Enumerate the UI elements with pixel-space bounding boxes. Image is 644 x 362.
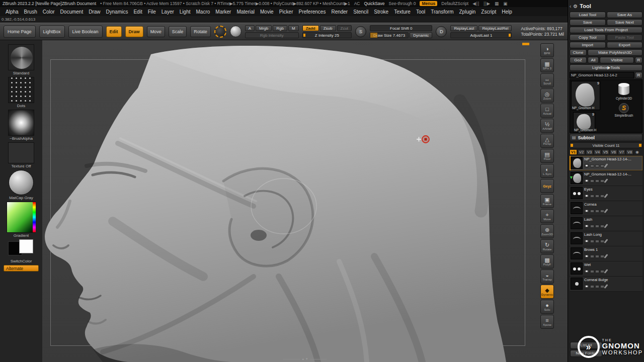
import-button[interactable]: Import	[570, 42, 606, 48]
menu-file[interactable]: File	[148, 9, 156, 15]
strip-transp[interactable]: ◒Transp	[540, 269, 554, 284]
strip-frame[interactable]: ▣Frame	[540, 194, 554, 208]
goz-all-button[interactable]: All	[588, 57, 599, 63]
uv-icon[interactable]	[595, 285, 599, 288]
default-zscript-button[interactable]: DefaultZScript	[441, 1, 468, 6]
lightbox-tools-button[interactable]: Lightbox▶Tools	[570, 64, 642, 71]
current-material-icon[interactable]	[230, 26, 242, 37]
polypaint-icon[interactable]	[590, 179, 594, 183]
rgb-intensity-slider[interactable]: Rgb Intensity	[245, 32, 299, 38]
stroke-curve-icon[interactable]: S	[355, 26, 366, 37]
eye-icon[interactable]	[584, 254, 589, 258]
tab-v3[interactable]: V3	[586, 149, 593, 155]
subtool-row[interactable]: Lash	[570, 216, 642, 231]
load-tool-button[interactable]: Load Tool	[570, 12, 606, 18]
strip-persp[interactable]: △Persp	[540, 134, 554, 148]
m-button[interactable]: M	[288, 25, 299, 31]
strip-zoom3d[interactable]: ⊕Zoom3D	[540, 224, 554, 238]
menu-texture[interactable]: Texture	[394, 9, 411, 15]
edit-pen-icon[interactable]	[604, 224, 608, 228]
eye-icon[interactable]	[584, 194, 589, 198]
uv-icon[interactable]	[595, 255, 599, 258]
clone-button[interactable]: Clone	[570, 49, 587, 56]
menu-draw[interactable]: Draw	[89, 9, 100, 15]
menu-preferences[interactable]: Preferences	[298, 9, 326, 15]
depth-mask-icon[interactable]: D	[436, 26, 447, 37]
texture-selector[interactable]: Texture Off	[8, 142, 34, 168]
scale-mode-button[interactable]: Scale	[169, 26, 187, 37]
see-through-slider[interactable]: See-through 0	[389, 1, 416, 6]
polypaint-icon[interactable]	[590, 240, 594, 243]
hide-right-panel-icon[interactable]: ||▶	[484, 1, 491, 6]
strip-zoom[interactable]: ◎Zoom	[540, 88, 554, 103]
edit-pen-icon[interactable]	[604, 269, 608, 274]
polypaint-icon[interactable]	[590, 255, 594, 258]
menu-layer[interactable]: Layer	[162, 9, 174, 15]
polypaint-icon[interactable]	[590, 195, 594, 198]
uv-icon[interactable]	[595, 270, 599, 273]
focal-shift-slider[interactable]: Focal Shift 0	[370, 25, 432, 31]
strip-lsym[interactable]: ◐L.Sym	[540, 164, 554, 178]
strip-bpr[interactable]: ◑BPR	[540, 43, 554, 57]
tab-v8[interactable]: V8	[626, 149, 633, 155]
quicksave-button[interactable]: QuickSave	[364, 1, 384, 6]
grid-icon[interactable]: ▦	[495, 1, 499, 6]
alpha-sample-chip[interactable]: A	[245, 25, 255, 31]
zadd-button[interactable]: Zadd	[302, 25, 319, 31]
polypaint-icon[interactable]	[590, 285, 594, 288]
subtool-row[interactable]: NP_Gnomon Head-12-14-...	[570, 156, 642, 171]
menu-help[interactable]: Help	[502, 9, 512, 15]
tab-v5[interactable]: V5	[602, 149, 609, 155]
rotate-mode-button[interactable]: Rotate	[190, 26, 211, 37]
menu-document[interactable]: Document	[60, 9, 84, 15]
strip-floor[interactable]: ▤Floor	[540, 149, 554, 163]
menu-brush[interactable]: Brush	[24, 9, 37, 15]
strip-aahalf[interactable]: ½AAHalf	[540, 119, 554, 133]
strip-xpose[interactable]: ≡Xpose	[540, 315, 554, 329]
replay-last-rel-button[interactable]: ReplayLastRel	[478, 25, 512, 31]
simplebrush-tool[interactable]: S	[619, 103, 629, 113]
strip-spix[interactable]: ▦SPix 3	[540, 58, 554, 72]
secondary-color-swatch[interactable]	[19, 239, 33, 253]
active-tool-thumb[interactable]: 9 NP_Gnomon H	[571, 81, 600, 110]
uv-icon[interactable]	[595, 210, 599, 213]
brush-selector[interactable]: Standard	[8, 44, 34, 75]
edit-pen-icon[interactable]	[604, 284, 608, 289]
alternate-button[interactable]: Alternate	[4, 265, 39, 272]
make-polymesh-button[interactable]: Make PolyMesh3D	[588, 49, 642, 56]
goz-button[interactable]: GoZ	[570, 57, 587, 63]
menu-color[interactable]: Color	[43, 9, 55, 15]
zcut-button[interactable]: Zcut	[337, 25, 352, 31]
load-tools-from-project-button[interactable]: Load Tools From Project	[570, 27, 642, 33]
menu-macro[interactable]: Macro	[196, 9, 210, 15]
sculpt-viewport[interactable]: ▴ ▾	[42, 40, 568, 362]
collapse-panel-icon[interactable]: ‹	[570, 4, 571, 9]
rgb-button[interactable]: Rgb	[273, 25, 287, 31]
stroke-selector[interactable]: Dots	[8, 77, 34, 108]
visible-count-slider[interactable]: Visible Count 11	[570, 142, 642, 148]
recent-tool-thumb[interactable]: 9 NP_Gnomon H	[573, 112, 595, 132]
eye-icon[interactable]	[584, 179, 589, 183]
tab-v2[interactable]: V2	[578, 149, 585, 155]
menu-zscript[interactable]: Zscript	[481, 9, 496, 15]
menu-movie[interactable]: Movie	[260, 9, 274, 15]
strip-gxyz[interactable]: Gxyz	[540, 179, 554, 193]
hide-left-panel-icon[interactable]: ◀||	[472, 1, 479, 6]
uv-icon[interactable]	[595, 240, 599, 243]
strip-scroll[interactable]: ↔Scroll	[540, 73, 554, 87]
polypaint-icon[interactable]	[590, 270, 594, 273]
adjust-last-slider[interactable]: AdjustLast 1	[450, 32, 512, 38]
uv-icon[interactable]	[595, 179, 599, 183]
menu-transform[interactable]: Transform	[431, 9, 453, 15]
menu-edit[interactable]: Edit	[133, 9, 142, 15]
zsub-button[interactable]: Zsub	[320, 25, 336, 31]
menu-marker[interactable]: Marker	[215, 9, 231, 15]
edit-pen-icon[interactable]	[604, 194, 608, 198]
edit-pen-icon[interactable]	[604, 178, 608, 183]
menu-material[interactable]: Material	[236, 9, 255, 15]
lightbox-button[interactable]: LightBox	[39, 26, 65, 38]
edit-pen-icon[interactable]	[604, 209, 608, 213]
draw-mode-button[interactable]: Draw	[125, 26, 143, 37]
subtool-row[interactable]: Wet	[570, 261, 642, 277]
uv-icon[interactable]	[595, 225, 599, 228]
